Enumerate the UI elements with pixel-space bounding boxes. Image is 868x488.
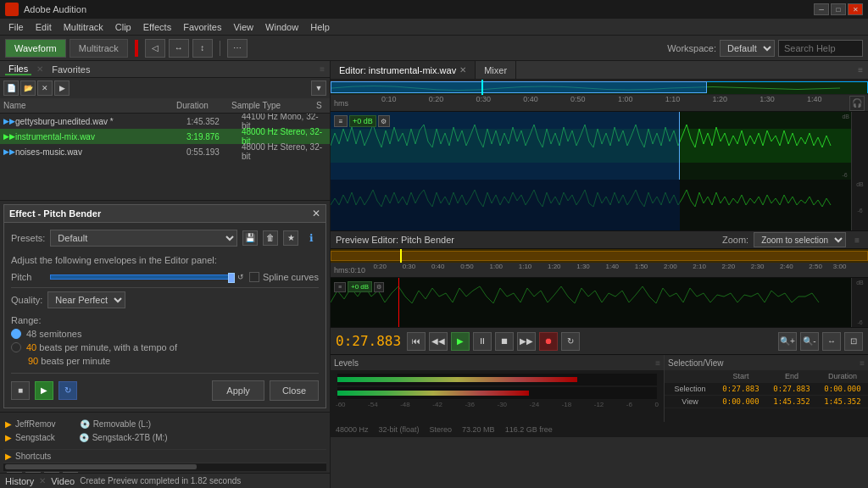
files-btn-sort[interactable]: ▼: [311, 80, 326, 96]
search-input[interactable]: [778, 40, 863, 57]
toolbar-btn-4[interactable]: ⋯: [227, 39, 248, 58]
view-end-val[interactable]: 1:45.352: [766, 396, 817, 408]
browser-item[interactable]: ▶ JeffRemov: [5, 419, 56, 429]
files-btn-close[interactable]: ✕: [37, 80, 53, 96]
toolbar-btn-3[interactable]: ↕: [192, 39, 213, 58]
menu-clip[interactable]: Clip: [110, 20, 136, 34]
workspace-select[interactable]: Default: [720, 40, 775, 57]
menu-window[interactable]: Window: [260, 20, 303, 34]
files-btn-open[interactable]: 📂: [20, 80, 36, 96]
levels-expand[interactable]: ≡: [655, 358, 660, 368]
info-icon[interactable]: ℹ: [303, 230, 319, 246]
menu-help[interactable]: Help: [305, 20, 335, 34]
apply-button[interactable]: Apply: [212, 380, 264, 401]
range-radio-2[interactable]: [11, 342, 21, 352]
menu-edit[interactable]: Edit: [31, 20, 57, 34]
quality-select[interactable]: Near Perfect: [47, 291, 125, 308]
editor-tab-main[interactable]: Editor: instrumental-mix.wav ✕: [331, 61, 476, 79]
preview-db-display: +0 dB: [348, 281, 372, 292]
toolbar-btn-1[interactable]: ◁: [145, 39, 165, 58]
preview-expand[interactable]: ≡: [851, 234, 863, 247]
files-btn-new[interactable]: 📄: [3, 80, 19, 96]
preset-star-icon[interactable]: ★: [283, 230, 298, 246]
time-mark: 0:10: [381, 95, 397, 103]
menu-favorites[interactable]: Favorites: [178, 20, 226, 34]
zoom-select[interactable]: Zoom to selection: [754, 232, 846, 247]
tab-favorites[interactable]: Favorites: [48, 64, 93, 75]
menu-file[interactable]: File: [3, 20, 29, 34]
history-tab[interactable]: History: [5, 476, 34, 486]
preset-save-icon[interactable]: 💾: [242, 230, 258, 246]
spline-checkbox[interactable]: [249, 272, 259, 282]
transport-stop-btn[interactable]: ⏹: [495, 332, 514, 351]
waveform-track-bottom[interactable]: dB -6: [331, 180, 868, 230]
overview-bar[interactable]: [331, 80, 868, 95]
menu-multitrack[interactable]: Multitrack: [58, 20, 108, 34]
sel-expand[interactable]: ≡: [860, 358, 865, 368]
preview-overview[interactable]: [331, 249, 868, 263]
range-option-1-row[interactable]: 48 semitones: [11, 329, 319, 339]
close-button[interactable]: Close: [270, 380, 319, 401]
view-start-val[interactable]: 0:00.000: [715, 396, 766, 408]
view-dur-val[interactable]: 1:45.352: [817, 396, 868, 408]
waveform-tab[interactable]: Waveform: [5, 39, 66, 58]
scroll-bar[interactable]: [3, 463, 326, 471]
wf-settings-btn[interactable]: ⚙: [378, 115, 390, 127]
effect-stop-button[interactable]: ■: [11, 381, 30, 400]
browser-item[interactable]: ▶ Sengstack: [5, 433, 55, 442]
transport-pause-btn[interactable]: ⏸: [473, 332, 492, 351]
toolbar-btn-2[interactable]: ↔: [169, 39, 189, 58]
maximize-button[interactable]: □: [831, 3, 846, 15]
presets-select[interactable]: Default: [50, 230, 237, 247]
files-btn-play[interactable]: ▶: [54, 80, 70, 96]
transport-record-btn[interactable]: ⏺: [539, 332, 558, 351]
history-status: Create Preview completed in 1.82 seconds: [80, 476, 241, 485]
zoom-in-btn[interactable]: 🔍+: [778, 332, 797, 351]
transport-fwd-btn[interactable]: ▶▶: [517, 332, 536, 351]
zoom-full-btn[interactable]: ⊡: [844, 332, 863, 351]
effect-loop-button[interactable]: ↻: [58, 381, 77, 400]
preview-menu-btn[interactable]: ≡: [334, 282, 346, 292]
preview-settings-btn[interactable]: ⚙: [374, 282, 384, 292]
file-row[interactable]: ▶▶ noises-music.wav 0:55.193 48000 Hz St…: [0, 144, 330, 159]
transport-rew-btn[interactable]: ◀◀: [429, 332, 448, 351]
time-mark: 2:00: [664, 263, 677, 270]
pitch-reset-icon[interactable]: ↺: [237, 273, 244, 281]
editor-tab-mixer[interactable]: Mixer: [476, 61, 516, 79]
pitch-slider[interactable]: [50, 274, 232, 280]
sel-start-val[interactable]: 0:27.883: [715, 383, 766, 396]
effect-play-button[interactable]: ▶: [35, 381, 53, 400]
range-radio-1[interactable]: [11, 329, 21, 339]
db-label: dB: [856, 280, 864, 286]
history-bar: History ✕ Video Create Preview completed…: [0, 473, 330, 488]
range-option-2-row[interactable]: 40 beats per minute, with a tempo of: [11, 342, 319, 352]
waveform-track-top[interactable]: ≡ +0 dB ⚙ dB: [331, 112, 868, 180]
preview-waveform[interactable]: ≡ +0 dB ⚙: [331, 278, 851, 327]
sel-dur-val[interactable]: 0:00.000: [817, 383, 868, 396]
multitrack-tab[interactable]: Multitrack: [70, 39, 128, 58]
sel-end-val[interactable]: 0:27.883: [766, 383, 817, 396]
side-panel-bottom: dB -6: [851, 180, 868, 230]
minimize-button[interactable]: ─: [814, 3, 829, 15]
menu-view[interactable]: View: [228, 20, 259, 34]
close-button[interactable]: ✕: [848, 3, 863, 15]
menu-effects[interactable]: Effects: [138, 20, 176, 34]
transport-back-btn[interactable]: ⏮: [407, 332, 426, 351]
level-meter-bottom: [337, 387, 657, 399]
headphone-icon[interactable]: 🎧: [849, 96, 865, 111]
browser-item[interactable]: 💿 Sengstack-2TB (M:): [79, 433, 168, 442]
spline-check[interactable]: Spline curves: [249, 272, 319, 282]
zoom-out-btn[interactable]: 🔍-: [800, 332, 819, 351]
editor-tab-close[interactable]: ✕: [459, 65, 466, 75]
browser-item[interactable]: ▶ Shortcuts: [5, 452, 325, 461]
browser-item[interactable]: 💿 Removable (L:): [80, 419, 151, 429]
zoom-fit-btn[interactable]: ↔: [822, 332, 841, 351]
preset-delete-icon[interactable]: 🗑: [263, 230, 278, 246]
wf-menu-btn[interactable]: ≡: [334, 115, 348, 127]
transport-play-btn[interactable]: ▶: [451, 332, 470, 351]
tab-files[interactable]: Files: [5, 64, 31, 75]
video-tab[interactable]: Video: [51, 476, 75, 486]
effect-close-icon[interactable]: ✕: [312, 208, 320, 219]
transport-loop-btn[interactable]: ↻: [561, 332, 580, 351]
expand-icon[interactable]: ≡: [853, 64, 868, 76]
